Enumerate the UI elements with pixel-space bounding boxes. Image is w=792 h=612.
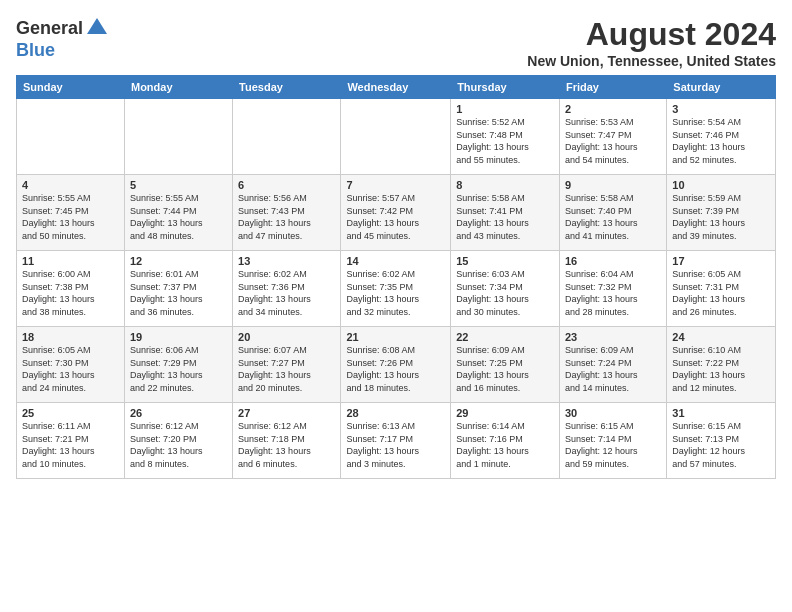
calendar-cell [17,99,125,175]
day-info: Sunrise: 6:03 AM Sunset: 7:34 PM Dayligh… [456,268,554,318]
day-info: Sunrise: 5:58 AM Sunset: 7:40 PM Dayligh… [565,192,661,242]
day-info: Sunrise: 6:07 AM Sunset: 7:27 PM Dayligh… [238,344,335,394]
svg-marker-0 [87,18,107,34]
day-number: 14 [346,255,445,267]
day-info: Sunrise: 6:12 AM Sunset: 7:18 PM Dayligh… [238,420,335,470]
calendar-cell: 2Sunrise: 5:53 AM Sunset: 7:47 PM Daylig… [559,99,666,175]
day-number: 5 [130,179,227,191]
calendar-cell: 30Sunrise: 6:15 AM Sunset: 7:14 PM Dayli… [559,403,666,479]
page: General Blue August 2024 New Union, Tenn… [0,0,792,612]
day-info: Sunrise: 6:14 AM Sunset: 7:16 PM Dayligh… [456,420,554,470]
calendar-cell: 13Sunrise: 6:02 AM Sunset: 7:36 PM Dayli… [233,251,341,327]
day-number: 10 [672,179,770,191]
calendar-cell: 31Sunrise: 6:15 AM Sunset: 7:13 PM Dayli… [667,403,776,479]
day-info: Sunrise: 6:10 AM Sunset: 7:22 PM Dayligh… [672,344,770,394]
calendar-cell: 7Sunrise: 5:57 AM Sunset: 7:42 PM Daylig… [341,175,451,251]
day-info: Sunrise: 6:15 AM Sunset: 7:14 PM Dayligh… [565,420,661,470]
calendar-cell [124,99,232,175]
logo-icon [85,16,109,40]
calendar-cell: 19Sunrise: 6:06 AM Sunset: 7:29 PM Dayli… [124,327,232,403]
day-number: 25 [22,407,119,419]
calendar-cell: 24Sunrise: 6:10 AM Sunset: 7:22 PM Dayli… [667,327,776,403]
day-info: Sunrise: 6:04 AM Sunset: 7:32 PM Dayligh… [565,268,661,318]
day-info: Sunrise: 6:05 AM Sunset: 7:31 PM Dayligh… [672,268,770,318]
day-info: Sunrise: 6:02 AM Sunset: 7:36 PM Dayligh… [238,268,335,318]
calendar-cell: 8Sunrise: 5:58 AM Sunset: 7:41 PM Daylig… [451,175,560,251]
day-number: 13 [238,255,335,267]
day-number: 23 [565,331,661,343]
day-number: 8 [456,179,554,191]
calendar-cell: 12Sunrise: 6:01 AM Sunset: 7:37 PM Dayli… [124,251,232,327]
header-tuesday: Tuesday [233,76,341,99]
header-wednesday: Wednesday [341,76,451,99]
day-info: Sunrise: 6:01 AM Sunset: 7:37 PM Dayligh… [130,268,227,318]
header-sunday: Sunday [17,76,125,99]
calendar-cell: 3Sunrise: 5:54 AM Sunset: 7:46 PM Daylig… [667,99,776,175]
calendar-cell: 27Sunrise: 6:12 AM Sunset: 7:18 PM Dayli… [233,403,341,479]
main-title: August 2024 [527,16,776,53]
day-number: 26 [130,407,227,419]
header: General Blue August 2024 New Union, Tenn… [16,16,776,69]
header-friday: Friday [559,76,666,99]
calendar-cell [341,99,451,175]
calendar-cell: 22Sunrise: 6:09 AM Sunset: 7:25 PM Dayli… [451,327,560,403]
header-thursday: Thursday [451,76,560,99]
header-saturday: Saturday [667,76,776,99]
calendar-week-row: 4Sunrise: 5:55 AM Sunset: 7:45 PM Daylig… [17,175,776,251]
calendar-week-row: 11Sunrise: 6:00 AM Sunset: 7:38 PM Dayli… [17,251,776,327]
day-info: Sunrise: 6:09 AM Sunset: 7:24 PM Dayligh… [565,344,661,394]
day-number: 17 [672,255,770,267]
day-info: Sunrise: 6:00 AM Sunset: 7:38 PM Dayligh… [22,268,119,318]
calendar-header-row: Sunday Monday Tuesday Wednesday Thursday… [17,76,776,99]
day-info: Sunrise: 6:15 AM Sunset: 7:13 PM Dayligh… [672,420,770,470]
calendar: Sunday Monday Tuesday Wednesday Thursday… [16,75,776,479]
calendar-cell: 29Sunrise: 6:14 AM Sunset: 7:16 PM Dayli… [451,403,560,479]
day-number: 11 [22,255,119,267]
sub-title: New Union, Tennessee, United States [527,53,776,69]
calendar-week-row: 1Sunrise: 5:52 AM Sunset: 7:48 PM Daylig… [17,99,776,175]
day-info: Sunrise: 6:09 AM Sunset: 7:25 PM Dayligh… [456,344,554,394]
day-info: Sunrise: 6:02 AM Sunset: 7:35 PM Dayligh… [346,268,445,318]
day-info: Sunrise: 5:55 AM Sunset: 7:45 PM Dayligh… [22,192,119,242]
header-monday: Monday [124,76,232,99]
calendar-cell: 9Sunrise: 5:58 AM Sunset: 7:40 PM Daylig… [559,175,666,251]
calendar-cell: 18Sunrise: 6:05 AM Sunset: 7:30 PM Dayli… [17,327,125,403]
logo-blue-text: Blue [16,40,55,61]
day-number: 20 [238,331,335,343]
calendar-week-row: 18Sunrise: 6:05 AM Sunset: 7:30 PM Dayli… [17,327,776,403]
day-number: 4 [22,179,119,191]
day-number: 30 [565,407,661,419]
logo-general-text: General [16,18,83,39]
calendar-cell: 28Sunrise: 6:13 AM Sunset: 7:17 PM Dayli… [341,403,451,479]
calendar-cell: 11Sunrise: 6:00 AM Sunset: 7:38 PM Dayli… [17,251,125,327]
calendar-cell: 20Sunrise: 6:07 AM Sunset: 7:27 PM Dayli… [233,327,341,403]
day-info: Sunrise: 5:54 AM Sunset: 7:46 PM Dayligh… [672,116,770,166]
day-info: Sunrise: 6:05 AM Sunset: 7:30 PM Dayligh… [22,344,119,394]
day-number: 31 [672,407,770,419]
day-info: Sunrise: 5:53 AM Sunset: 7:47 PM Dayligh… [565,116,661,166]
calendar-cell: 14Sunrise: 6:02 AM Sunset: 7:35 PM Dayli… [341,251,451,327]
calendar-cell: 10Sunrise: 5:59 AM Sunset: 7:39 PM Dayli… [667,175,776,251]
calendar-cell: 5Sunrise: 5:55 AM Sunset: 7:44 PM Daylig… [124,175,232,251]
day-info: Sunrise: 5:55 AM Sunset: 7:44 PM Dayligh… [130,192,227,242]
calendar-cell: 25Sunrise: 6:11 AM Sunset: 7:21 PM Dayli… [17,403,125,479]
day-number: 24 [672,331,770,343]
day-number: 22 [456,331,554,343]
day-number: 19 [130,331,227,343]
calendar-cell: 16Sunrise: 6:04 AM Sunset: 7:32 PM Dayli… [559,251,666,327]
calendar-cell: 6Sunrise: 5:56 AM Sunset: 7:43 PM Daylig… [233,175,341,251]
title-block: August 2024 New Union, Tennessee, United… [527,16,776,69]
day-number: 28 [346,407,445,419]
day-info: Sunrise: 6:06 AM Sunset: 7:29 PM Dayligh… [130,344,227,394]
day-number: 12 [130,255,227,267]
day-info: Sunrise: 5:56 AM Sunset: 7:43 PM Dayligh… [238,192,335,242]
day-number: 21 [346,331,445,343]
calendar-cell: 23Sunrise: 6:09 AM Sunset: 7:24 PM Dayli… [559,327,666,403]
day-number: 18 [22,331,119,343]
calendar-cell: 1Sunrise: 5:52 AM Sunset: 7:48 PM Daylig… [451,99,560,175]
day-number: 3 [672,103,770,115]
day-info: Sunrise: 5:57 AM Sunset: 7:42 PM Dayligh… [346,192,445,242]
logo: General Blue [16,16,109,61]
day-info: Sunrise: 6:11 AM Sunset: 7:21 PM Dayligh… [22,420,119,470]
day-info: Sunrise: 5:59 AM Sunset: 7:39 PM Dayligh… [672,192,770,242]
